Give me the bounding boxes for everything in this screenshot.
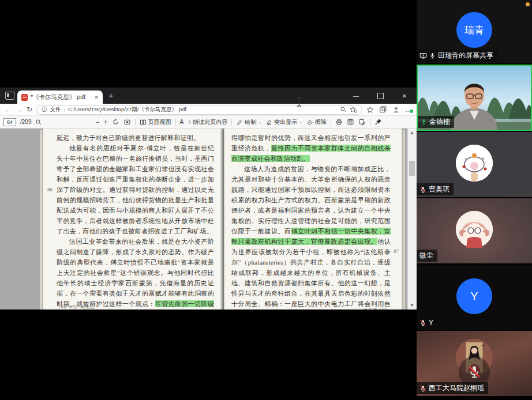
add-favorite-icon[interactable] — [350, 106, 357, 114]
save-as-icon[interactable] — [358, 118, 366, 126]
mic-muted-icon — [419, 319, 426, 326]
book-paragraph: 他最有名的思想对手夏尔·傅立叶，曾是在新世纪头十年中居住在巴黎的一名旅行推销员，… — [57, 143, 214, 236]
participant-tile[interactable]: 西工大马院赵桐瑶 — [417, 331, 532, 396]
reload-button[interactable]: ↻ — [27, 106, 32, 113]
edge-browser-window: *《卡尔马克思》.pdf ✕ + — ✕ ← → ↻ ⓘ 文件 | C:/Use… — [0, 88, 417, 309]
avatar: Y — [456, 278, 492, 314]
meeting-participants-sidebar: 瑞青 田瑞青的屏幕共享 — [417, 0, 532, 400]
collections-icon[interactable] — [379, 105, 387, 114]
eraser-icon — [306, 119, 313, 126]
fit-to-page-icon[interactable] — [123, 118, 131, 126]
vertical-scrollbar[interactable] — [407, 129, 417, 310]
erase-button[interactable]: 擦除 — [306, 118, 327, 126]
draw-label: 绘制 — [245, 118, 256, 126]
participant-name: 曹奥琪 — [429, 184, 449, 194]
book-paragraph: 这场人为造成的贫困，与物资的不断增加成正比，尤其是对那些十分基本的、大革命所确保… — [231, 164, 391, 310]
read-aloud-icon: A — [180, 119, 184, 125]
page-view-icon — [140, 119, 147, 126]
highlight-button[interactable]: 突出显示 ⌄ — [265, 118, 302, 126]
minimize-button[interactable]: — — [344, 88, 368, 104]
margin-number: 87 — [394, 248, 399, 254]
zoom-in-button[interactable]: + — [103, 119, 107, 126]
pin-toolbar-icon[interactable] — [374, 118, 382, 126]
mic-muted-icon — [419, 186, 426, 193]
file-scheme-label: 文件 — [50, 106, 61, 114]
mic-active-icon — [421, 119, 427, 125]
browser-tab-bar: *《卡尔马克思》.pdf ✕ + — ✕ — [0, 88, 417, 104]
pdf-content-area: 延迟，致力于对自己阶级的更替进行解释和证明。他最有名的思想对手夏尔·傅立叶，曾是… — [0, 129, 417, 310]
tab-actions-icon[interactable] — [5, 92, 14, 100]
participant-name: 微尘 — [419, 251, 433, 261]
zoom-out-button[interactable]: − — [95, 119, 99, 126]
scroll-up-arrow-icon[interactable] — [410, 131, 414, 134]
page-total-label: /209 — [20, 119, 31, 125]
participant-name: 田瑞青的屏幕共享 — [438, 51, 493, 61]
favorites-icon[interactable] — [366, 106, 374, 114]
participant-name: 金德楠 — [429, 117, 450, 127]
participant-name: Y — [429, 319, 433, 327]
address-input[interactable]: ⓘ 文件 | C:/Users/TRQ/Desktop/27期/《卡尔马克思》.… — [36, 105, 362, 115]
mic-muted-icon — [419, 385, 426, 392]
text-segment: 法国工业革命带来的社会后果，就是在大小资产阶级之间制造了嫌隙，形成了永久敌对的态… — [57, 238, 214, 307]
tab-close-icon[interactable]: ✕ — [94, 95, 99, 100]
settings-more-icon[interactable]: … — [405, 106, 412, 113]
back-button[interactable]: ← — [5, 106, 12, 113]
read-aloud-label: 朗读此页内容 — [193, 118, 227, 126]
participant-tile-screenshare[interactable]: 瑞青 田瑞青的屏幕共享 — [417, 0, 532, 63]
search-icon[interactable] — [35, 119, 42, 126]
profile-avatar-icon[interactable] — [392, 106, 400, 114]
participant-tile[interactable]: 微尘 — [417, 198, 532, 263]
mic-muted-icon — [467, 365, 481, 379]
new-tab-button[interactable]: + — [108, 90, 114, 101]
rotate-icon[interactable] — [112, 118, 119, 126]
print-icon[interactable] — [335, 118, 343, 126]
chevron-down-icon[interactable]: ⌄ — [258, 120, 261, 124]
marker-icon — [265, 119, 272, 126]
notification-dot — [526, 2, 530, 6]
scroll-down-arrow-icon[interactable] — [410, 304, 414, 307]
avatar-initials: Y — [470, 290, 478, 303]
browser-address-bar: ← → ↻ ⓘ 文件 | C:/Users/TRQ/Desktop/27期/《卡… — [0, 104, 417, 116]
text-segment: 他认为世界应该被划分为若干小组，即被他称为“法伦斯泰尔”（phalansteri… — [231, 238, 391, 310]
text-segment: 他最有名的思想对手夏尔·傅立叶，曾是在新世纪头十年中居住在巴黎的一名旅行推销员，… — [57, 145, 214, 235]
participant-name-label: 田瑞青的屏幕共享 — [417, 50, 497, 62]
info-icon[interactable]: ⓘ — [42, 106, 47, 114]
participant-tile-video[interactable]: 金德楠 — [417, 65, 532, 131]
maximize-icon — [377, 93, 384, 99]
participant-tile[interactable]: Y Y — [417, 265, 532, 330]
participant-name-label: 金德楠 — [418, 116, 454, 128]
page-view-button[interactable]: 页面视图 — [140, 118, 171, 126]
toolbar-divider — [370, 119, 370, 126]
browser-tab-pdf[interactable]: *《卡尔马克思》.pdf ✕ — [17, 90, 103, 104]
toolbar-divider — [231, 119, 232, 126]
participant-name-label: 曹奥琪 — [417, 183, 454, 195]
margin-number: 86 — [47, 187, 53, 193]
book-page-left: 延迟，致力于对自己阶级的更替进行解释和证明。他最有名的思想对手夏尔·傅立叶，曾是… — [43, 129, 222, 310]
chevron-down-icon[interactable]: ⌄ — [299, 120, 302, 124]
highlight-label: 突出显示 — [274, 118, 297, 126]
maximize-button[interactable] — [368, 88, 392, 104]
book-spine-shadow — [220, 129, 225, 310]
avatar — [456, 211, 493, 248]
save-icon[interactable] — [347, 118, 354, 126]
participant-tile[interactable]: 曹奥琪 — [417, 132, 532, 197]
address-separator: | — [64, 107, 65, 113]
draw-button[interactable]: 绘制 ⌄ — [236, 118, 261, 126]
participant-name-label: Y — [417, 318, 437, 328]
page-footer: 第五章 105 — [363, 308, 388, 310]
pdf-toolbar: /209 − + 页面视图 A 朗读此页内容 绘制 ⌄ — [0, 116, 417, 129]
participant-name-label: 微尘 — [417, 250, 437, 262]
toolbar-divider — [175, 119, 176, 126]
scrollbar-thumb[interactable] — [409, 161, 415, 176]
read-aloud-button[interactable]: A 朗读此页内容 — [180, 118, 228, 126]
zoom-page-icon[interactable] — [340, 106, 347, 113]
avatar-initials: 瑞青 — [464, 24, 484, 37]
mic-on-icon — [429, 52, 436, 59]
book-page-right: 得哪怕是暂时的优势，而这又会相应地引发一系列的严重经济危机，最终因为不同资本家群… — [224, 129, 402, 310]
window-controls: — ✕ — [344, 88, 417, 104]
erase-label: 擦除 — [315, 118, 327, 126]
forward-button[interactable]: → — [16, 106, 23, 113]
page-text: 延迟，致力于对自己阶级的更替进行解释和证明。他最有名的思想对手夏尔·傅立叶，曾是… — [57, 133, 214, 310]
close-button[interactable]: ✕ — [392, 88, 417, 104]
page-number-input[interactable] — [3, 118, 16, 126]
